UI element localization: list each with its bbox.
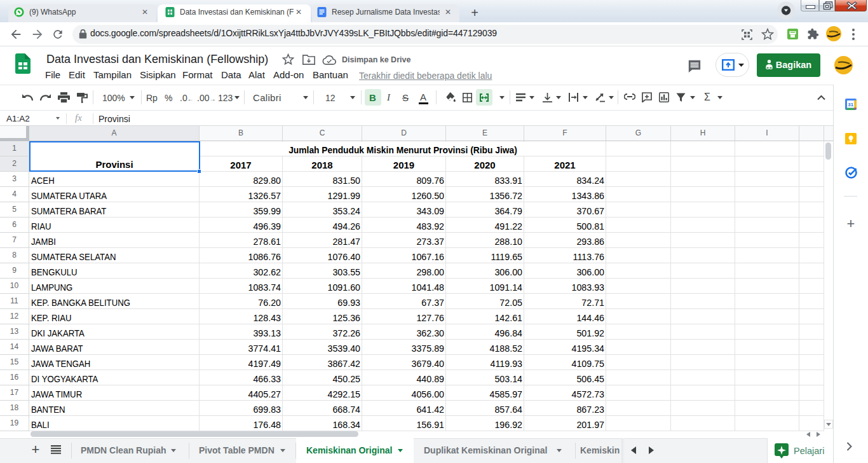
- svg-text:31: 31: [848, 102, 853, 107]
